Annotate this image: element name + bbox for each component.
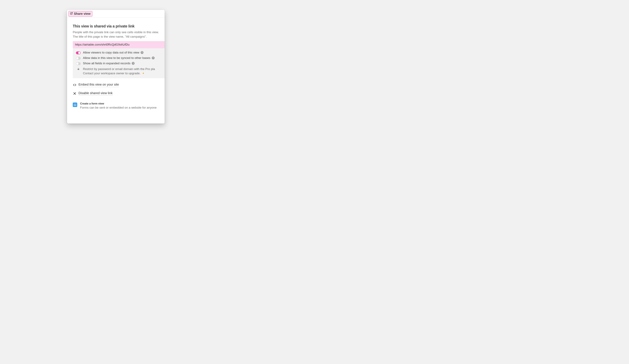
share-view-tab-label: Share view	[74, 12, 91, 15]
toggle-allow-copy[interactable]	[76, 51, 81, 54]
embed-view-link[interactable]: Embed this view on your site	[73, 83, 164, 87]
option-allow-sync-label: Allow data in this view to be synced to …	[83, 56, 151, 60]
create-form-view[interactable]: Create a form view Forms can be sent or …	[73, 102, 164, 109]
option-show-all-fields: Show all fields in expanded records ?	[76, 62, 164, 65]
help-icon[interactable]: ?	[132, 62, 135, 65]
help-icon[interactable]: ?	[141, 51, 144, 54]
tabbar: Share view	[67, 10, 164, 17]
share-url[interactable]: https://airtable.com/shrt0RcQdG9sKzfDu	[73, 41, 164, 48]
code-icon	[73, 83, 77, 87]
panel-body: This view is shared via a private link P…	[67, 17, 164, 109]
option-allow-copy-label: Allow viewers to copy data out of this v…	[83, 51, 139, 54]
option-allow-sync: Allow data in this view to be synced to …	[76, 56, 164, 60]
share-view-tab[interactable]: Share view	[68, 11, 92, 17]
share-view-panel: Share view This view is shared via a pri…	[67, 10, 164, 123]
sparkle-icon: ✦	[142, 72, 145, 75]
create-form-desc: Forms can be sent or embedded on a websi…	[80, 106, 157, 109]
disable-link-label: Disable shared view link	[78, 91, 113, 96]
toggle-show-all-fields[interactable]	[76, 62, 81, 65]
share-options: Allow viewers to copy data out of this v…	[73, 48, 164, 78]
share-url-text: https://airtable.com/shrt0RcQdG9sKzfDu	[75, 43, 130, 46]
option-show-all-fields-label: Show all fields in expanded records	[83, 62, 131, 65]
toggle-allow-sync[interactable]	[76, 57, 81, 60]
lock-icon	[77, 68, 80, 71]
close-icon	[73, 92, 77, 95]
option-restrict-text: Restrict by password or email domain wit…	[83, 67, 155, 75]
option-restrict: Restrict by password or email domain wit…	[76, 67, 164, 75]
panel-heading: This view is shared via a private link	[73, 24, 164, 28]
panel-description: People with the private link can only se…	[73, 30, 164, 39]
create-form-title: Create a form view	[80, 102, 157, 105]
disable-link[interactable]: Disable shared view link	[73, 91, 164, 96]
option-allow-copy: Allow viewers to copy data out of this v…	[76, 51, 164, 54]
help-icon[interactable]: ?	[152, 57, 155, 59]
form-icon	[73, 102, 77, 107]
embed-view-label: Embed this view on your site	[78, 83, 119, 87]
external-link-icon	[70, 12, 73, 15]
